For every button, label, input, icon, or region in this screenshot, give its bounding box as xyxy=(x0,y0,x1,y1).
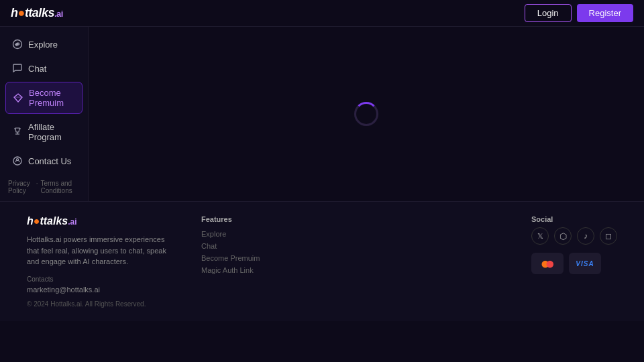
sidebar-bottom: Afillate Program Contact Us Privacy Poli… xyxy=(5,117,83,194)
social-icons: 𝕏 ⬡ ♪ ◻ xyxy=(531,227,617,245)
sidebar-item-affiliate[interactable]: Afillate Program xyxy=(5,117,83,147)
sidebar: Explore Chat Become Premuim xyxy=(0,27,89,201)
mastercard-icon: ⬤ ⬤ xyxy=(531,253,564,274)
trophy-icon xyxy=(12,127,23,137)
footer-chat-link[interactable]: Chat xyxy=(201,242,260,250)
instagram-icon[interactable]: ◻ xyxy=(600,227,617,245)
chat-label: Chat xyxy=(28,64,46,74)
footer-features-col: Features Explore Chat Become Premuim Mag… xyxy=(201,215,260,308)
explore-label: Explore xyxy=(28,40,58,50)
visa-icon: VISA xyxy=(569,253,601,274)
loading-spinner xyxy=(354,102,378,126)
sidebar-item-chat[interactable]: Chat xyxy=(5,58,83,79)
footer-logo: h●ttalks.ai xyxy=(27,215,174,227)
login-button[interactable]: Login xyxy=(525,4,572,22)
header-buttons: Login Register xyxy=(525,4,633,22)
footer-columns: Features Explore Chat Become Premuim Mag… xyxy=(201,215,504,308)
contact-label: Contact Us xyxy=(28,156,71,166)
contact-icon xyxy=(12,156,23,166)
footer-explore-link[interactable]: Explore xyxy=(201,230,260,238)
logo-text: h●ttalks.ai xyxy=(11,6,63,20)
sidebar-footer-links: Privacy Policy · Terms and Conditions xyxy=(5,180,83,194)
svg-point-8 xyxy=(17,159,19,161)
tiktok-icon[interactable]: ♪ xyxy=(577,227,594,245)
social-title: Social xyxy=(531,215,617,223)
footer-brand: h●ttalks.ai Hottalks.ai powers immersive… xyxy=(27,215,174,308)
footer-description: Hottalks.ai powers immersive experiences… xyxy=(27,234,174,267)
features-title: Features xyxy=(201,215,260,223)
header: h●ttalks.ai Login Register xyxy=(0,0,644,27)
privacy-policy-link[interactable]: Privacy Policy xyxy=(8,180,34,194)
footer-email: marketing@hottalks.ai xyxy=(27,286,174,294)
terms-link[interactable]: Terms and Conditions xyxy=(40,180,80,194)
sidebar-item-contact[interactable]: Contact Us xyxy=(5,150,83,172)
footer-copyright: © 2024 Hottalks.ai. All Rights Reserved. xyxy=(27,300,174,308)
premium-label: Become Premuim xyxy=(29,88,75,108)
payment-icons: ⬤ ⬤ VISA xyxy=(531,253,617,274)
x-twitter-icon[interactable]: 𝕏 xyxy=(531,227,549,245)
compass-icon xyxy=(12,39,23,50)
sidebar-item-explore[interactable]: Explore xyxy=(5,34,83,55)
contacts-label: Contacts xyxy=(27,276,174,283)
register-button[interactable]: Register xyxy=(577,4,633,22)
main-content xyxy=(89,27,644,201)
discord-icon[interactable]: ⬡ xyxy=(554,227,572,245)
chat-icon xyxy=(12,63,23,74)
footer-magic-link[interactable]: Magic Auth Link xyxy=(201,266,260,274)
social-section: Social 𝕏 ⬡ ♪ ◻ xyxy=(531,215,617,245)
footer-contacts: Contacts marketing@hottalks.ai xyxy=(27,276,174,294)
svg-marker-3 xyxy=(14,94,22,102)
logo: h●ttalks.ai xyxy=(11,6,63,20)
sidebar-item-premium[interactable]: Become Premuim xyxy=(5,82,83,114)
main-layout: Explore Chat Become Premuim xyxy=(0,27,644,201)
footer-right: Social 𝕏 ⬡ ♪ ◻ ⬤ ⬤ VISA xyxy=(531,215,617,308)
diamond-icon xyxy=(13,93,23,103)
footer-premium-link[interactable]: Become Premuim xyxy=(201,254,260,262)
affiliate-label: Afillate Program xyxy=(28,122,76,142)
footer: h●ttalks.ai Hottalks.ai powers immersive… xyxy=(0,201,644,321)
